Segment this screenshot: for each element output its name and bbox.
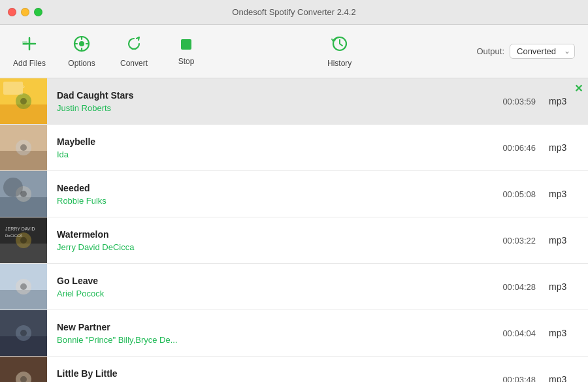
song-artist: Justin Roberts bbox=[57, 103, 493, 113]
toolbar: Add Files Options Convert bbox=[0, 25, 588, 78]
window-title: Ondesoft Spotify Converter 2.4.2 bbox=[232, 7, 355, 17]
output-select-wrapper[interactable]: Converted Downloads Desktop bbox=[510, 44, 575, 59]
svg-rect-15 bbox=[3, 82, 23, 95]
svg-point-25 bbox=[3, 178, 23, 197]
output-section: Output: Converted Downloads Desktop bbox=[476, 44, 575, 59]
svg-point-20 bbox=[20, 144, 27, 151]
svg-rect-9 bbox=[181, 39, 191, 50]
song-list: ♪ Dad Caught StarsJustin Roberts00:03:59… bbox=[0, 78, 588, 382]
song-item[interactable]: JERRY DAVIDDeCICCA WatermelonJerry David… bbox=[0, 217, 588, 264]
song-format: mp3 bbox=[549, 125, 588, 170]
title-bar: Ondesoft Spotify Converter 2.4.2 bbox=[0, 0, 588, 25]
song-title: Maybelle bbox=[57, 136, 493, 147]
song-title: Needed bbox=[57, 183, 493, 193]
output-label: Output: bbox=[476, 46, 504, 56]
song-item[interactable]: ♪ Dad Caught StarsJustin Roberts00:03:59… bbox=[0, 78, 588, 125]
close-song-button[interactable]: ✕ bbox=[574, 84, 583, 94]
song-item[interactable]: Go LeaveAriel Pocock00:04:28mp3 bbox=[0, 264, 588, 310]
window-controls bbox=[8, 8, 42, 16]
stop-label: Stop bbox=[178, 57, 195, 66]
history-icon bbox=[331, 35, 349, 56]
history-button[interactable]: History bbox=[323, 35, 356, 68]
song-thumbnail: JERRY DAVIDDeCICCA bbox=[0, 217, 47, 263]
convert-button[interactable]: Convert bbox=[118, 35, 150, 68]
song-format: mp3 bbox=[549, 264, 588, 310]
song-thumbnail bbox=[0, 357, 47, 382]
song-thumbnail bbox=[0, 125, 47, 170]
song-info: New PartnerBonnie "Prince" Billy,Bryce D… bbox=[47, 310, 502, 356]
song-title: New Partner bbox=[57, 322, 493, 332]
song-info: Dad Caught StarsJustin Roberts bbox=[47, 78, 502, 124]
song-info: MaybelleIda bbox=[47, 125, 502, 170]
convert-icon bbox=[125, 35, 143, 56]
song-format: mp3 bbox=[549, 357, 588, 382]
add-files-icon bbox=[20, 35, 39, 56]
song-format: mp3 bbox=[549, 171, 588, 217]
svg-text:JERRY DAVID: JERRY DAVID bbox=[5, 227, 35, 231]
song-duration: 00:05:08 bbox=[502, 171, 549, 217]
svg-point-14 bbox=[20, 98, 27, 104]
output-select[interactable]: Converted Downloads Desktop bbox=[510, 44, 575, 59]
song-format: mp3 bbox=[549, 310, 588, 356]
song-info: Go LeaveAriel Pocock bbox=[47, 264, 502, 310]
song-thumbnail bbox=[0, 264, 47, 310]
song-info: WatermelonJerry David DeCicca bbox=[47, 217, 502, 263]
add-files-label: Add Files bbox=[13, 59, 46, 68]
svg-rect-2 bbox=[22, 41, 27, 45]
song-title: Little By Little bbox=[57, 368, 493, 379]
svg-point-4 bbox=[79, 41, 84, 46]
song-info: NeededRobbie Fulks bbox=[47, 171, 502, 217]
song-duration: 00:04:28 bbox=[502, 264, 549, 310]
song-thumbnail: ♪ bbox=[0, 78, 47, 124]
song-item[interactable]: NeededRobbie Fulks00:05:08mp3 bbox=[0, 171, 588, 217]
stop-icon bbox=[180, 37, 193, 54]
options-label: Options bbox=[68, 59, 95, 68]
song-title: Go Leave bbox=[57, 276, 493, 286]
song-thumbnail bbox=[0, 171, 47, 217]
song-duration: 00:03:59 bbox=[502, 78, 549, 124]
minimize-button[interactable] bbox=[21, 8, 29, 16]
maximize-button[interactable] bbox=[34, 8, 42, 16]
svg-point-39 bbox=[20, 330, 27, 336]
song-thumbnail bbox=[0, 310, 47, 356]
song-item[interactable]: New PartnerBonnie "Prince" Billy,Bryce D… bbox=[0, 310, 588, 357]
svg-point-29 bbox=[20, 237, 27, 244]
song-duration: 00:06:46 bbox=[502, 125, 549, 170]
song-duration: 00:04:04 bbox=[502, 310, 549, 356]
song-artist: Jerry David DeCicca bbox=[57, 242, 493, 252]
song-item[interactable]: MaybelleIda00:06:46mp3 bbox=[0, 125, 588, 171]
song-duration: 00:03:22 bbox=[502, 217, 549, 263]
song-title: Watermelon bbox=[57, 229, 493, 240]
options-icon bbox=[73, 35, 91, 56]
close-button[interactable] bbox=[8, 8, 16, 16]
song-duration: 00:03:48 bbox=[502, 357, 549, 382]
svg-point-35 bbox=[20, 283, 27, 290]
song-title: Dad Caught Stars bbox=[57, 90, 493, 101]
song-artist: Ida bbox=[57, 150, 493, 159]
song-format: mp3 bbox=[549, 217, 588, 263]
history-label: History bbox=[327, 59, 351, 68]
song-info: Little By LittleFrances England bbox=[47, 357, 502, 382]
options-button[interactable]: Options bbox=[65, 35, 98, 68]
stop-button[interactable]: Stop bbox=[170, 37, 203, 66]
svg-text:DeCICCA: DeCICCA bbox=[5, 234, 22, 238]
convert-label: Convert bbox=[120, 59, 148, 68]
song-artist: Robbie Fulks bbox=[57, 196, 493, 206]
song-artist: Bonnie "Prince" Billy,Bryce De... bbox=[57, 335, 493, 345]
add-files-button[interactable]: Add Files bbox=[13, 35, 46, 68]
song-artist: Ariel Pocock bbox=[57, 289, 493, 298]
svg-text:♪: ♪ bbox=[22, 84, 25, 89]
song-item[interactable]: Little By LittleFrances England00:03:48m… bbox=[0, 357, 588, 382]
